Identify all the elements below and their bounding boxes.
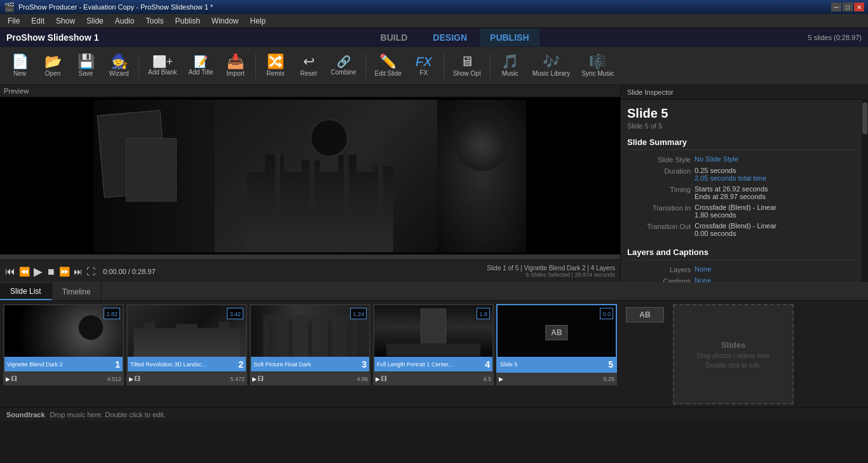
slide2-play-icon[interactable]: ▶ xyxy=(129,376,133,382)
stop-button[interactable]: ⏹ xyxy=(46,266,55,277)
transition-in-label: Transition In xyxy=(627,204,691,219)
menu-file[interactable]: File xyxy=(3,15,25,27)
slide-count: 5 slides (0:28.97) xyxy=(808,34,862,41)
slide3-play-icon[interactable]: ▶ xyxy=(252,376,257,382)
toolbar-show-opt[interactable]: 🖥 Show Opt xyxy=(448,50,486,83)
play-button[interactable]: ▶ xyxy=(34,265,43,279)
menu-tools[interactable]: Tools xyxy=(140,15,168,27)
slide-summary-header: Slide Summary xyxy=(627,137,855,150)
slide5-transition: 0.0 xyxy=(602,311,611,317)
inspector-scrollbar-thumb[interactable] xyxy=(862,102,867,134)
menu-help[interactable]: Help xyxy=(245,15,271,27)
slide4-number: 4 xyxy=(485,359,490,370)
toolbar-edit-slide[interactable]: ✏️ Edit Slide xyxy=(370,50,407,83)
minimize-button[interactable]: ─ xyxy=(831,3,841,11)
soundtrack-bar[interactable]: Soundtrack Drop music here. Double click… xyxy=(0,407,868,421)
slide3-transition: 1.24 xyxy=(353,311,364,317)
toolbar-add-blank[interactable]: ⬜+ Add Blank xyxy=(143,50,182,83)
sync-music-icon: 🎼 xyxy=(589,55,606,69)
inspector-slide-title: Slide 5 xyxy=(627,106,855,121)
open-icon: 📂 xyxy=(44,55,62,69)
music-label: Music xyxy=(502,70,519,77)
empty-slide-slot[interactable]: Slides Drop photos / videos here Double … xyxy=(673,304,794,404)
slide-list-area: 2.82 Vignette Blend Dark 2 1 ▶ 🎞 4.512 xyxy=(0,301,868,408)
transition-in-value: Crossfade (Blend) - Linear 1.80 seconds xyxy=(695,204,855,219)
slide1-duration: 4.512 xyxy=(107,376,121,382)
prop-transition-out: Transition Out Crossfade (Blend) - Linea… xyxy=(627,222,855,237)
menu-window[interactable]: Window xyxy=(207,15,244,27)
slide-thumb-2[interactable]: 3.42 Tilted Revolution 3D Landsc... 2 ▶ … xyxy=(126,304,247,404)
title-bar-left: 🎬 ProShow Producer - Evaluation Copy - P… xyxy=(4,2,213,12)
title-bar-controls[interactable]: ─ □ ✕ xyxy=(831,3,864,11)
slide-info-sub: 5 Slides Selected | 28.974 seconds xyxy=(487,272,615,278)
inspector-scrollbar[interactable] xyxy=(862,99,868,282)
slide5-play-icon[interactable]: ▶ xyxy=(499,376,503,382)
slide-thumb-3[interactable]: 1.24 Soft Picture Float Dark 3 ▶ 🎞 4.96 xyxy=(250,304,370,404)
tab-timeline[interactable]: Timeline xyxy=(52,283,102,300)
slide2-transition: 3.42 xyxy=(229,311,241,317)
inspector-content: Slide 5 Slide 5 of 5 Slide Summary Slide… xyxy=(621,100,868,282)
slideshow-title: ProShow Slideshow 1 xyxy=(6,32,98,43)
menu-edit[interactable]: Edit xyxy=(26,15,50,27)
next-frame-button[interactable]: ⏩ xyxy=(59,266,70,277)
menu-show[interactable]: Show xyxy=(51,15,80,27)
fx-label: FX xyxy=(419,69,428,76)
layers-value[interactable]: None xyxy=(695,265,855,273)
prop-slide-style: Slide Style No Slide Style xyxy=(627,155,855,163)
slide-thumb-1[interactable]: 2.82 Vignette Blend Dark 2 1 ▶ 🎞 4.512 xyxy=(3,304,124,404)
slide4-duration: 4.5 xyxy=(483,376,491,382)
slide-info-main: Slide 1 of 5 | Vignette Blend Dark 2 | 4… xyxy=(487,265,615,272)
inspector-title: Slide Inspector xyxy=(621,85,868,100)
timing-value: Starts at 26.92 seconds Ends at 28.97 se… xyxy=(695,185,855,200)
prop-captions: Captions None xyxy=(627,277,855,282)
toolbar-combine[interactable]: 🔗 Combine xyxy=(326,50,362,83)
tab-slide-list[interactable]: Slide List xyxy=(0,283,52,300)
skip-end-button[interactable]: ⏭ xyxy=(74,266,83,277)
open-label: Open xyxy=(45,70,60,77)
skip-start-button[interactable]: ⏮ xyxy=(5,266,15,277)
slide-style-label: Slide Style xyxy=(627,155,691,163)
toolbar-remix[interactable]: 🔀 Remix xyxy=(260,50,292,83)
toolbar-reset[interactable]: ↩ Reset xyxy=(293,50,325,83)
slide3-duration: 4.96 xyxy=(356,376,368,382)
add-title-icon: 📝 xyxy=(194,56,208,67)
mode-tabs: BUILD DESIGN PUBLISH xyxy=(368,29,539,46)
duration-value: 0.25 seconds 2.05 seconds total time xyxy=(695,167,855,182)
tab-publish[interactable]: PUBLISH xyxy=(480,29,539,46)
preview-area[interactable] xyxy=(0,97,620,254)
save-icon: 💾 xyxy=(78,55,95,69)
menu-audio[interactable]: Audio xyxy=(110,15,140,27)
toolbar-new[interactable]: 📄 New xyxy=(4,50,36,83)
slide4-play-icon[interactable]: ▶ xyxy=(376,376,380,382)
slide-thumb-4[interactable]: 1.8 Full Length Portrait 1 Center... 4 ▶… xyxy=(373,304,494,404)
tab-design[interactable]: DESIGN xyxy=(420,29,480,46)
slide-thumb-5[interactable]: AB 0.0 Slide 5 5 ▶ 0.25 xyxy=(496,304,617,404)
menu-slide[interactable]: Slide xyxy=(81,15,109,27)
toolbar-fx[interactable]: FX FX xyxy=(408,50,440,83)
music-library-icon: 🎶 xyxy=(543,55,560,69)
toolbar-add-title[interactable]: 📝 Add Title xyxy=(184,50,219,83)
prev-frame-button[interactable]: ⏪ xyxy=(19,266,30,277)
new-label: New xyxy=(13,70,26,77)
maximize-button[interactable]: □ xyxy=(843,3,853,11)
toolbar-wizard[interactable]: 🧙 Wizard xyxy=(103,50,135,83)
menu-publish[interactable]: Publish xyxy=(170,15,205,27)
slide-info: Slide 1 of 5 | Vignette Blend Dark 2 | 4… xyxy=(487,265,615,278)
slide-style-value[interactable]: No Slide Style xyxy=(695,155,855,163)
fullscreen-button[interactable]: ⛶ xyxy=(86,266,95,277)
toolbar-import[interactable]: 📥 Import xyxy=(220,50,252,83)
close-button[interactable]: ✕ xyxy=(854,3,864,11)
toolbar-music[interactable]: 🎵 Music xyxy=(494,50,526,83)
slide1-play-icon[interactable]: ▶ xyxy=(6,376,10,382)
main-area: Preview xyxy=(0,85,868,282)
top-bar: ProShow Slideshow 1 BUILD DESIGN PUBLISH… xyxy=(0,28,868,47)
toolbar-music-library[interactable]: 🎶 Music Library xyxy=(527,50,575,83)
toolbar-save[interactable]: 💾 Save xyxy=(70,50,102,83)
captions-value[interactable]: None xyxy=(695,277,855,282)
toolbar-open[interactable]: 📂 Open xyxy=(37,50,69,83)
new-icon: 📄 xyxy=(11,55,29,69)
slide2-duration: 5.472 xyxy=(230,376,245,382)
remix-icon: 🔀 xyxy=(267,55,284,69)
toolbar-sync-music[interactable]: 🎼 Sync Music xyxy=(576,50,619,83)
tab-build[interactable]: BUILD xyxy=(368,29,421,46)
